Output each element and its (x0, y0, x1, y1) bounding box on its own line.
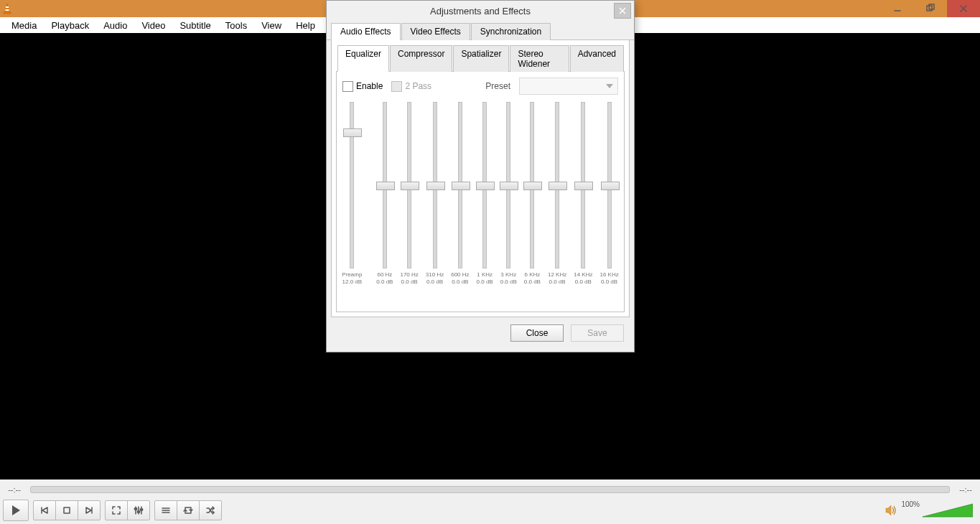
band-2: 310 Hz0.0 dB (426, 102, 444, 285)
band-2-slider[interactable] (433, 102, 437, 268)
inner-tabstrip: EqualizerCompressorSpatializerStereo Wid… (336, 45, 625, 72)
band-0-slider[interactable] (383, 102, 387, 268)
svg-rect-12 (64, 507, 70, 513)
dialog-title: Adjustments and Effects (430, 6, 531, 17)
band-4-thumb[interactable] (476, 182, 495, 190)
equalizer-sliders: Preamp12.0 dB60 Hz0.0 dB170 Hz0.0 dB310 … (342, 102, 618, 303)
close-button-dialog[interactable]: Close (510, 324, 564, 342)
band-5: 3 KHz0.0 dB (500, 102, 517, 285)
band-7-thumb[interactable] (549, 182, 567, 190)
band-1-slider[interactable] (407, 102, 411, 268)
band-3-thumb[interactable] (452, 182, 470, 190)
band-4-value: 0.0 dB (477, 279, 493, 285)
band-9-slider[interactable] (607, 102, 612, 268)
outer-tab-video-effects[interactable]: Video Effects (401, 23, 470, 40)
playlist-button[interactable] (154, 500, 177, 520)
band-1-thumb[interactable] (401, 182, 419, 190)
band-8-slider[interactable] (581, 102, 585, 268)
band-2-thumb[interactable] (426, 182, 445, 190)
band-3-value: 0.0 dB (452, 279, 468, 285)
twopass-label: 2 Pass (405, 81, 431, 91)
extended-settings-button[interactable] (127, 500, 150, 520)
band-4-slider[interactable] (482, 102, 487, 268)
band-6: 6 KHz0.0 dB (524, 102, 541, 285)
previous-button[interactable] (33, 500, 56, 520)
dialog-titlebar[interactable]: Adjustments and Effects (327, 1, 634, 21)
outer-tabstrip: Audio EffectsVideo EffectsSynchronizatio… (327, 21, 634, 40)
band-5-thumb[interactable] (500, 182, 518, 190)
svg-marker-11 (42, 507, 47, 513)
band-5-label: 3 KHz (500, 271, 516, 279)
svg-marker-9 (12, 505, 20, 515)
band-6-thumb[interactable] (523, 182, 542, 190)
band-1-value: 0.0 dB (401, 279, 418, 285)
band-6-value: 0.0 dB (524, 279, 541, 285)
time-total: --:-- (954, 485, 977, 494)
menu-media[interactable]: Media (4, 19, 44, 32)
band-1-label: 170 Hz (400, 271, 418, 279)
speaker-icon[interactable] (885, 505, 898, 516)
menu-help[interactable]: Help (289, 19, 322, 32)
preset-dropdown[interactable] (519, 78, 618, 95)
outer-tab-synchronization[interactable]: Synchronization (471, 23, 551, 40)
preamp-slider[interactable] (350, 102, 354, 268)
band-3: 600 Hz0.0 dB (451, 102, 469, 285)
fullscreen-button[interactable] (105, 500, 128, 520)
band-6-label: 6 KHz (525, 271, 541, 279)
menu-tools[interactable]: Tools (218, 19, 254, 32)
volume-slider[interactable] (923, 502, 973, 518)
save-button-dialog: Save (571, 324, 624, 342)
inner-tab-equalizer[interactable]: Equalizer (337, 45, 389, 72)
maximize-button[interactable] (914, 0, 947, 17)
minimize-button[interactable] (881, 0, 914, 17)
band-0: 60 Hz0.0 dB (376, 102, 393, 285)
band-0-thumb[interactable] (376, 182, 395, 190)
loop-button[interactable] (177, 500, 200, 520)
stop-button[interactable] (55, 500, 78, 520)
preamp-thumb[interactable] (343, 128, 362, 137)
shuffle-button[interactable] (199, 500, 222, 520)
band-8-thumb[interactable] (574, 182, 593, 190)
svg-rect-3 (4, 12, 11, 14)
band-1: 170 Hz0.0 dB (400, 102, 418, 285)
band-9-thumb[interactable] (601, 182, 620, 190)
preset-label: Preset (485, 81, 510, 91)
chevron-down-icon (606, 84, 613, 88)
band-8-label: 14 KHz (574, 271, 592, 279)
menu-audio[interactable]: Audio (96, 19, 134, 32)
seek-row: --:-- --:-- (0, 482, 980, 497)
band-9-label: 16 KHz (599, 271, 618, 279)
outer-tab-audio-effects[interactable]: Audio Effects (331, 23, 401, 40)
inner-tab-spatializer[interactable]: Spatializer (453, 45, 509, 72)
controls-row: 100% (0, 497, 980, 524)
time-elapsed: --:-- (3, 485, 26, 494)
svg-rect-1 (6, 6, 9, 8)
band-6-slider[interactable] (530, 102, 534, 268)
inner-tab-compressor[interactable]: Compressor (390, 45, 452, 72)
band-4: 1 KHz0.0 dB (477, 102, 493, 285)
band-4-label: 1 KHz (477, 271, 493, 279)
inner-tab-advanced[interactable]: Advanced (570, 45, 624, 72)
preamp-value: 12.0 dB (342, 279, 363, 285)
menu-playback[interactable]: Playback (44, 19, 96, 32)
dialog-close-button[interactable] (614, 3, 631, 19)
band-5-slider[interactable] (506, 102, 510, 268)
next-button[interactable] (78, 500, 101, 520)
band-3-slider[interactable] (458, 102, 462, 268)
vlc-cone-icon (1, 3, 13, 14)
band-0-value: 0.0 dB (376, 279, 393, 285)
band-5-value: 0.0 dB (500, 279, 517, 285)
enable-label: Enable (356, 81, 383, 91)
seek-slider[interactable] (30, 486, 950, 493)
menu-video[interactable]: Video (134, 19, 172, 32)
menu-view[interactable]: View (254, 19, 289, 32)
close-button[interactable] (947, 0, 980, 17)
menu-subtitle[interactable]: Subtitle (172, 19, 218, 32)
play-button[interactable] (3, 500, 29, 521)
svg-rect-2 (6, 9, 9, 11)
inner-tab-stereo-widener[interactable]: Stereo Widener (510, 45, 569, 72)
band-7-slider[interactable] (555, 102, 559, 268)
enable-checkbox[interactable]: Enable (342, 81, 383, 92)
svg-marker-13 (86, 507, 91, 513)
band-7-label: 12 KHz (548, 271, 566, 279)
